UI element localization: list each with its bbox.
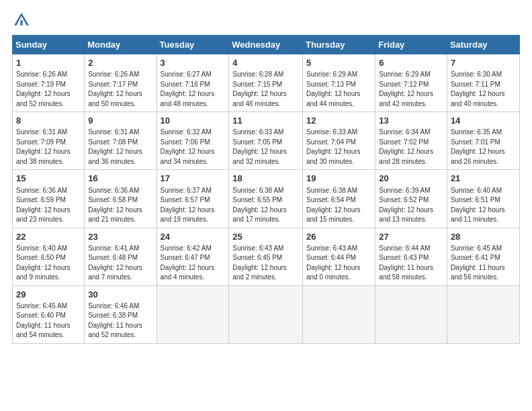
day-number: 28 [451, 231, 516, 243]
day-number: 9 [88, 115, 152, 127]
logo-icon [12, 11, 31, 30]
day-number: 24 [161, 231, 226, 243]
day-info: Sunrise: 6:43 AMSunset: 6:45 PMDaylight:… [232, 244, 299, 283]
day-info: Sunrise: 6:27 AMSunset: 7:16 PMDaylight:… [161, 70, 226, 109]
day-number: 18 [232, 173, 299, 185]
day-info: Sunrise: 6:30 AMSunset: 7:11 PMDaylight:… [451, 70, 516, 109]
day-info: Sunrise: 6:32 AMSunset: 7:06 PMDaylight:… [161, 128, 226, 167]
day-info: Sunrise: 6:41 AMSunset: 6:48 PMDaylight:… [88, 244, 152, 283]
calendar-day-cell: 1Sunrise: 6:26 AMSunset: 7:19 PMDaylight… [13, 54, 85, 112]
day-number: 1 [16, 57, 81, 69]
calendar-day-cell: 6Sunrise: 6:29 AMSunset: 7:12 PMDaylight… [375, 54, 447, 112]
calendar-day-cell [447, 285, 519, 343]
col-header-thursday: Thursday [302, 36, 375, 54]
day-number: 15 [16, 173, 81, 185]
day-info: Sunrise: 6:45 AMSunset: 6:41 PMDaylight:… [451, 244, 516, 283]
day-info: Sunrise: 6:40 AMSunset: 6:51 PMDaylight:… [451, 186, 516, 225]
day-number: 29 [16, 289, 81, 301]
day-number: 3 [161, 57, 226, 69]
day-info: Sunrise: 6:28 AMSunset: 7:15 PMDaylight:… [232, 70, 299, 109]
calendar-day-cell: 15Sunrise: 6:36 AMSunset: 6:59 PMDayligh… [13, 170, 85, 228]
day-number: 5 [306, 57, 371, 69]
calendar-day-cell: 7Sunrise: 6:30 AMSunset: 7:11 PMDaylight… [447, 54, 519, 112]
calendar-week-row: 1Sunrise: 6:26 AMSunset: 7:19 PMDaylight… [13, 54, 520, 112]
day-number: 16 [88, 173, 152, 185]
calendar-day-cell: 27Sunrise: 6:44 AMSunset: 6:43 PMDayligh… [375, 228, 447, 285]
calendar-day-cell: 29Sunrise: 6:45 AMSunset: 6:40 PMDayligh… [13, 285, 85, 343]
calendar-day-cell: 23Sunrise: 6:41 AMSunset: 6:48 PMDayligh… [85, 228, 157, 285]
day-info: Sunrise: 6:43 AMSunset: 6:44 PMDaylight:… [306, 244, 371, 283]
calendar-day-cell [302, 285, 375, 343]
calendar-day-cell: 9Sunrise: 6:31 AMSunset: 7:08 PMDaylight… [85, 112, 157, 170]
day-info: Sunrise: 6:33 AMSunset: 7:05 PMDaylight:… [232, 128, 299, 167]
day-info: Sunrise: 6:33 AMSunset: 7:04 PMDaylight:… [306, 128, 371, 167]
calendar-day-cell: 19Sunrise: 6:38 AMSunset: 6:54 PMDayligh… [302, 170, 375, 228]
calendar-day-cell: 30Sunrise: 6:46 AMSunset: 6:38 PMDayligh… [85, 285, 157, 343]
calendar-day-cell: 14Sunrise: 6:35 AMSunset: 7:01 PMDayligh… [447, 112, 519, 170]
col-header-friday: Friday [375, 36, 447, 54]
col-header-tuesday: Tuesday [157, 36, 229, 54]
calendar-week-row: 8Sunrise: 6:31 AMSunset: 7:09 PMDaylight… [13, 112, 520, 170]
calendar-day-cell [229, 285, 303, 343]
calendar-day-cell: 22Sunrise: 6:40 AMSunset: 6:50 PMDayligh… [13, 228, 85, 285]
calendar-day-cell: 17Sunrise: 6:37 AMSunset: 6:57 PMDayligh… [157, 170, 229, 228]
day-info: Sunrise: 6:31 AMSunset: 7:09 PMDaylight:… [16, 128, 81, 167]
day-number: 10 [161, 115, 226, 127]
logo [12, 11, 32, 30]
calendar-day-cell: 28Sunrise: 6:45 AMSunset: 6:41 PMDayligh… [447, 228, 519, 285]
day-number: 27 [379, 231, 443, 243]
day-info: Sunrise: 6:36 AMSunset: 6:58 PMDaylight:… [88, 186, 152, 225]
day-number: 7 [451, 57, 516, 69]
calendar-day-cell: 5Sunrise: 6:29 AMSunset: 7:13 PMDaylight… [302, 54, 375, 112]
day-number: 8 [16, 115, 81, 127]
col-header-monday: Monday [85, 36, 157, 54]
calendar-day-cell: 10Sunrise: 6:32 AMSunset: 7:06 PMDayligh… [157, 112, 229, 170]
day-info: Sunrise: 6:42 AMSunset: 6:47 PMDaylight:… [161, 244, 226, 283]
calendar-day-cell: 21Sunrise: 6:40 AMSunset: 6:51 PMDayligh… [447, 170, 519, 228]
day-info: Sunrise: 6:31 AMSunset: 7:08 PMDaylight:… [88, 128, 152, 167]
day-number: 2 [88, 57, 152, 69]
day-info: Sunrise: 6:37 AMSunset: 6:57 PMDaylight:… [161, 186, 226, 225]
calendar-day-cell: 8Sunrise: 6:31 AMSunset: 7:09 PMDaylight… [13, 112, 85, 170]
day-info: Sunrise: 6:38 AMSunset: 6:55 PMDaylight:… [232, 186, 299, 225]
calendar-header-row: SundayMondayTuesdayWednesdayThursdayFrid… [13, 36, 520, 54]
day-number: 11 [232, 115, 299, 127]
calendar-day-cell: 20Sunrise: 6:39 AMSunset: 6:52 PMDayligh… [375, 170, 447, 228]
day-number: 13 [379, 115, 443, 127]
calendar-week-row: 15Sunrise: 6:36 AMSunset: 6:59 PMDayligh… [13, 170, 520, 228]
day-info: Sunrise: 6:29 AMSunset: 7:13 PMDaylight:… [306, 70, 371, 109]
day-number: 22 [16, 231, 81, 243]
day-info: Sunrise: 6:45 AMSunset: 6:40 PMDaylight:… [16, 302, 81, 340]
day-number: 6 [379, 57, 443, 69]
day-number: 12 [306, 115, 371, 127]
calendar-week-row: 22Sunrise: 6:40 AMSunset: 6:50 PMDayligh… [13, 228, 520, 285]
calendar-day-cell: 18Sunrise: 6:38 AMSunset: 6:55 PMDayligh… [229, 170, 303, 228]
day-info: Sunrise: 6:38 AMSunset: 6:54 PMDaylight:… [306, 186, 371, 225]
day-info: Sunrise: 6:46 AMSunset: 6:38 PMDaylight:… [88, 302, 152, 340]
calendar-day-cell [375, 285, 447, 343]
day-info: Sunrise: 6:35 AMSunset: 7:01 PMDaylight:… [451, 128, 516, 167]
day-number: 14 [451, 115, 516, 127]
calendar-day-cell: 16Sunrise: 6:36 AMSunset: 6:58 PMDayligh… [85, 170, 157, 228]
calendar-day-cell [157, 285, 229, 343]
calendar-day-cell: 2Sunrise: 6:26 AMSunset: 7:17 PMDaylight… [85, 54, 157, 112]
day-number: 4 [232, 57, 299, 69]
col-header-sunday: Sunday [13, 36, 85, 54]
page: SundayMondayTuesdayWednesdayThursdayFrid… [0, 0, 532, 411]
day-number: 21 [451, 173, 516, 185]
day-info: Sunrise: 6:39 AMSunset: 6:52 PMDaylight:… [379, 186, 443, 225]
day-number: 20 [379, 173, 443, 185]
calendar-table: SundayMondayTuesdayWednesdayThursdayFrid… [12, 35, 520, 344]
calendar-day-cell: 11Sunrise: 6:33 AMSunset: 7:05 PMDayligh… [229, 112, 303, 170]
day-info: Sunrise: 6:36 AMSunset: 6:59 PMDaylight:… [16, 186, 81, 225]
calendar-week-row: 29Sunrise: 6:45 AMSunset: 6:40 PMDayligh… [13, 285, 520, 343]
day-number: 25 [232, 231, 299, 243]
day-info: Sunrise: 6:29 AMSunset: 7:12 PMDaylight:… [379, 70, 443, 109]
calendar-day-cell: 25Sunrise: 6:43 AMSunset: 6:45 PMDayligh… [229, 228, 303, 285]
calendar-day-cell: 12Sunrise: 6:33 AMSunset: 7:04 PMDayligh… [302, 112, 375, 170]
calendar-day-cell: 4Sunrise: 6:28 AMSunset: 7:15 PMDaylight… [229, 54, 303, 112]
col-header-saturday: Saturday [447, 36, 519, 54]
day-info: Sunrise: 6:26 AMSunset: 7:19 PMDaylight:… [16, 70, 81, 109]
day-number: 17 [161, 173, 226, 185]
day-info: Sunrise: 6:44 AMSunset: 6:43 PMDaylight:… [379, 244, 443, 283]
